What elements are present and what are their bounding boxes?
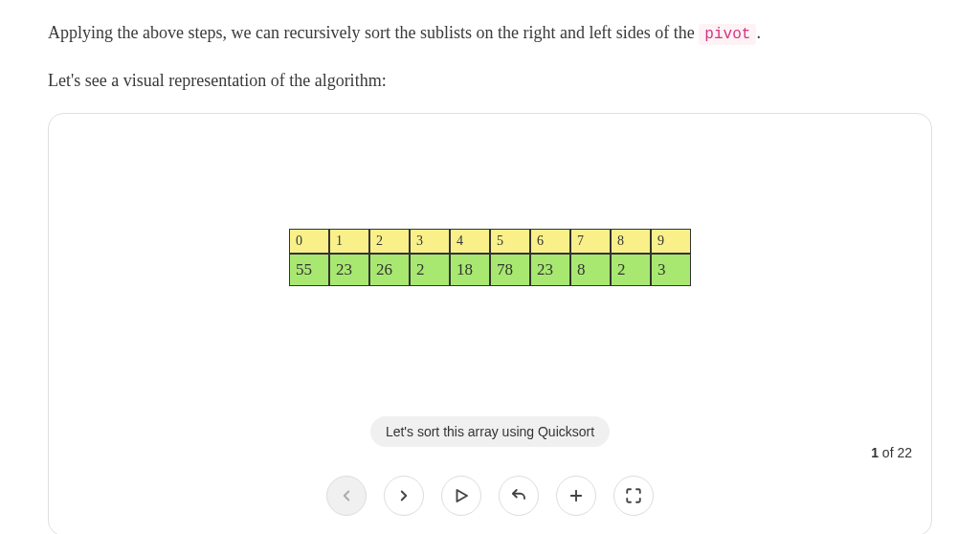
- intro-text-suffix: .: [756, 23, 761, 42]
- value-cell: 18: [450, 254, 490, 286]
- svg-marker-0: [457, 490, 468, 501]
- index-row: 0 1 2 3 4 5 6 7 8 9: [289, 229, 691, 254]
- fullscreen-icon: [625, 487, 642, 504]
- value-cell: 2: [410, 254, 450, 286]
- playback-controls: [326, 476, 654, 516]
- intro-text-prefix: Applying the above steps, we can recursi…: [48, 23, 699, 42]
- plus-icon: [568, 487, 585, 504]
- index-cell: 9: [651, 229, 691, 254]
- chevron-right-icon: [395, 487, 412, 504]
- value-cell: 78: [490, 254, 530, 286]
- play-button[interactable]: [441, 476, 481, 516]
- page-indicator: 1 of 22: [871, 445, 912, 460]
- chevron-left-icon: [338, 487, 355, 504]
- index-cell: 1: [329, 229, 369, 254]
- index-cell: 3: [410, 229, 450, 254]
- page-total: 22: [897, 445, 912, 460]
- value-cell: 8: [570, 254, 611, 286]
- intro-paragraph-2: Let's see a visual representation of the…: [48, 67, 932, 95]
- index-cell: 5: [490, 229, 530, 254]
- visualization-caption: Let's sort this array using Quicksort: [370, 416, 610, 447]
- undo-icon: [510, 487, 527, 504]
- index-cell: 7: [570, 229, 611, 254]
- value-cell: 23: [329, 254, 369, 286]
- page-of-label: of: [882, 445, 894, 460]
- page-current: 1: [871, 445, 879, 460]
- reset-button[interactable]: [499, 476, 539, 516]
- value-cell: 23: [530, 254, 570, 286]
- code-token-pivot: pivot: [699, 24, 756, 45]
- index-cell: 6: [530, 229, 570, 254]
- value-cell: 55: [289, 254, 329, 286]
- index-cell: 8: [611, 229, 651, 254]
- controls-row: 1 of 22: [58, 466, 922, 525]
- fullscreen-button[interactable]: [613, 476, 654, 516]
- value-cell: 2: [611, 254, 651, 286]
- play-icon: [453, 487, 470, 504]
- index-cell: 2: [369, 229, 410, 254]
- visualization-area: 0 1 2 3 4 5 6 7 8 9 55 23 26 2 18 78 23 …: [58, 123, 922, 449]
- intro-paragraph-1: Applying the above steps, we can recursi…: [48, 19, 932, 48]
- array-table: 0 1 2 3 4 5 6 7 8 9 55 23 26 2 18 78 23 …: [289, 229, 691, 286]
- index-cell: 4: [450, 229, 490, 254]
- next-button[interactable]: [384, 476, 424, 516]
- visualization-panel: 0 1 2 3 4 5 6 7 8 9 55 23 26 2 18 78 23 …: [48, 113, 932, 534]
- zoom-in-button[interactable]: [556, 476, 596, 516]
- index-cell: 0: [289, 229, 329, 254]
- value-row: 55 23 26 2 18 78 23 8 2 3: [289, 254, 691, 286]
- previous-button[interactable]: [326, 476, 367, 516]
- value-cell: 26: [369, 254, 410, 286]
- value-cell: 3: [651, 254, 691, 286]
